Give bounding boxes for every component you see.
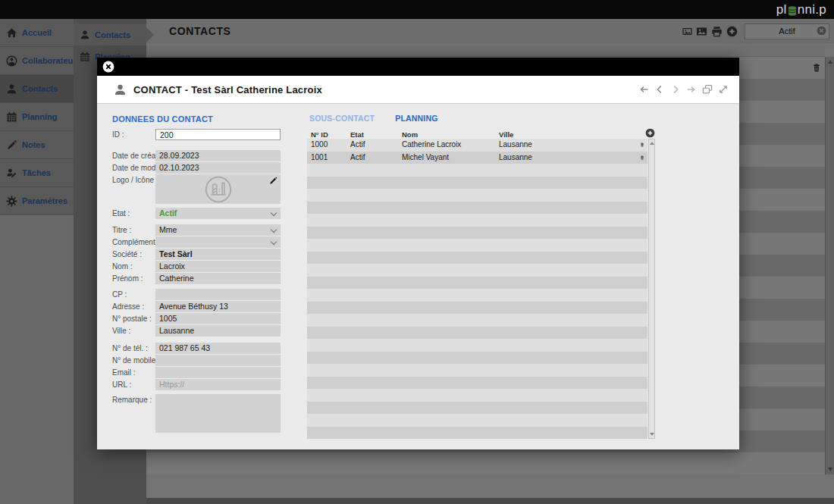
close-icon[interactable] bbox=[102, 61, 114, 73]
contact-data-panel: DONNEES DU CONTACT ID :200 Date de créat… bbox=[112, 104, 281, 434]
field-titre[interactable]: Mme bbox=[155, 224, 281, 236]
logo-text-prefix: pl bbox=[776, 1, 787, 18]
chevron-down-icon bbox=[271, 209, 277, 215]
field-label-etat: Etat : bbox=[112, 208, 155, 219]
subcontact-row bbox=[307, 302, 647, 315]
column-header: Ville bbox=[495, 130, 647, 139]
field-date-creation[interactable]: 28.09.2023 bbox=[155, 150, 281, 161]
duplicate-icon[interactable] bbox=[702, 84, 713, 95]
field-nom[interactable]: Lacroix bbox=[155, 261, 281, 272]
field-id[interactable]: 200 bbox=[155, 129, 281, 140]
cell: 1000 bbox=[307, 139, 346, 152]
field-label-prenom: Prénom : bbox=[112, 273, 155, 284]
trash-icon[interactable] bbox=[636, 140, 644, 149]
field-label-url: URL : bbox=[112, 379, 155, 390]
field-no-postale[interactable]: 1005 bbox=[155, 313, 281, 324]
scroll-down-icon[interactable] bbox=[650, 433, 654, 436]
field-complement[interactable] bbox=[155, 236, 281, 248]
cell: Lausanne bbox=[495, 152, 647, 164]
field-label-titre: Titre : bbox=[112, 224, 155, 236]
column-header: N° ID bbox=[307, 130, 346, 139]
subcontact-row bbox=[307, 377, 647, 390]
field-remarque[interactable] bbox=[155, 394, 281, 433]
subcontact-row bbox=[307, 402, 647, 415]
chevron-down-icon bbox=[271, 226, 277, 232]
previous-record-icon[interactable] bbox=[654, 84, 665, 95]
subcontact-table-header: N° IDEtatNomVille bbox=[307, 130, 647, 139]
cell: Michel Vayant bbox=[398, 152, 495, 164]
cell: Catherine Lacroix bbox=[398, 139, 495, 152]
subcontact-row[interactable]: 1001ActifMichel VayantLausanne bbox=[307, 152, 647, 164]
expand-icon[interactable] bbox=[718, 84, 729, 95]
subcontact-row bbox=[307, 264, 647, 277]
subcontact-row bbox=[307, 389, 647, 402]
subcontact-row bbox=[307, 327, 647, 340]
logo-stack-icon bbox=[788, 5, 797, 17]
edit-logo-icon[interactable] bbox=[269, 177, 277, 185]
topbar: pl nni.p bbox=[0, 0, 834, 19]
tab-planning[interactable]: PLANNING bbox=[395, 114, 437, 123]
field-email[interactable] bbox=[155, 367, 281, 378]
chevron-down-icon bbox=[271, 238, 277, 244]
field-url[interactable]: Https:// bbox=[155, 379, 281, 390]
field-label-date-creation: Date de création : bbox=[112, 150, 155, 161]
cell: Actif bbox=[346, 139, 398, 152]
field-label-logo-icone: Logo / Icône : bbox=[112, 174, 155, 204]
section-title: DONNEES DU CONTACT bbox=[112, 104, 281, 124]
trash-icon[interactable] bbox=[636, 153, 644, 162]
field-label-cp: CP : bbox=[112, 289, 155, 300]
subcontact-row bbox=[307, 277, 647, 290]
subcontact-row bbox=[307, 414, 647, 427]
next-record-icon[interactable] bbox=[670, 84, 681, 95]
subcontact-row bbox=[307, 427, 647, 440]
subcontact-row[interactable]: 1000ActifCatherine LacroixLausanne bbox=[307, 139, 647, 152]
field-mobile[interactable] bbox=[155, 355, 281, 366]
modal-header: CONTACT - Test Sàrl Catherine Lacroix bbox=[97, 76, 739, 104]
first-record-icon[interactable] bbox=[638, 84, 649, 95]
column-header: Nom bbox=[398, 130, 495, 139]
field-cp[interactable] bbox=[155, 289, 281, 300]
field-label-complement: Complément : bbox=[112, 236, 155, 248]
field-etat[interactable]: Actif bbox=[155, 208, 281, 219]
scroll-up-icon[interactable] bbox=[650, 142, 654, 145]
cell: Actif bbox=[346, 152, 398, 164]
field-date-modif[interactable]: 02.10.2023 bbox=[155, 162, 281, 174]
subcontact-row bbox=[307, 177, 647, 189]
tab-sous-contact[interactable]: SOUS-CONTACT bbox=[309, 114, 375, 123]
cell: Lausanne bbox=[495, 139, 647, 152]
subcontact-row bbox=[307, 164, 647, 177]
subcontact-row bbox=[307, 189, 647, 202]
last-record-icon[interactable] bbox=[686, 84, 697, 95]
field-label-mobile: N° de mobile : bbox=[112, 355, 155, 366]
field-label-adresse: Adresse : bbox=[112, 301, 155, 312]
field-prenom[interactable]: Catherine bbox=[155, 273, 281, 284]
subcontact-row bbox=[307, 252, 647, 265]
logo-text-suffix: nni.p bbox=[798, 1, 826, 18]
subcontact-row bbox=[307, 352, 647, 365]
subcontact-row bbox=[307, 202, 647, 214]
subcontact-table: 1000ActifCatherine LacroixLausanne1001Ac… bbox=[307, 139, 647, 439]
modal-titlebar bbox=[97, 58, 739, 76]
field-label-date-modif: Date de modif. : bbox=[112, 162, 155, 174]
contact-form: ID :200 Date de création :28.09.2023 Dat… bbox=[112, 129, 281, 433]
field-label-tel: N° de tél. : bbox=[112, 343, 155, 354]
field-societe[interactable]: Test Sàrl bbox=[155, 249, 281, 260]
subcontact-row bbox=[307, 214, 647, 227]
field-tel[interactable]: 021 987 65 43 bbox=[155, 343, 281, 354]
subcontact-scrollbar[interactable] bbox=[648, 139, 655, 439]
subcontact-row bbox=[307, 339, 647, 352]
factory-logo-icon bbox=[204, 175, 232, 203]
field-ville[interactable]: Lausanne bbox=[155, 325, 281, 337]
modal-body: DONNEES DU CONTACT ID :200 Date de créat… bbox=[97, 104, 739, 449]
field-label-no-postale: N° postale : bbox=[112, 313, 155, 324]
field-label-remarque: Remarque : bbox=[112, 394, 155, 433]
field-label-id: ID : bbox=[112, 129, 155, 140]
field-adresse[interactable]: Avenue Béthusy 13 bbox=[155, 301, 281, 312]
app: pl nni.p Accueil Collaborateurs Contacts… bbox=[0, 0, 834, 504]
contact-modal: CONTACT - Test Sàrl Catherine Lacroix DO… bbox=[97, 58, 739, 449]
modal-title: CONTACT - Test Sàrl Catherine Lacroix bbox=[133, 84, 322, 95]
subcontact-row bbox=[307, 364, 647, 377]
field-label-societe: Société : bbox=[112, 249, 155, 260]
subcontact-row bbox=[307, 227, 647, 239]
field-logo-icone bbox=[155, 174, 281, 204]
